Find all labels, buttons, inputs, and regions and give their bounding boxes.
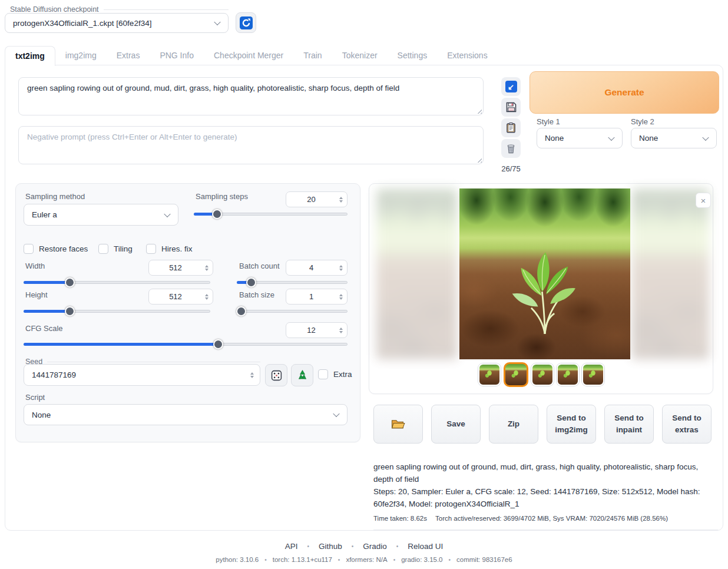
- send-to-inpaint-button[interactable]: Send to inpaint: [604, 405, 654, 444]
- folder-icon: [391, 418, 406, 431]
- checkpoint-label: Stable Diffusion checkpoint: [10, 5, 99, 14]
- restore-faces-checkbox[interactable]: Restore faces: [24, 244, 88, 254]
- footer-versions: python: 3.10.6• torch: 1.13.1+cu117• xfo…: [0, 556, 728, 563]
- tab-png-info[interactable]: PNG Info: [150, 46, 204, 65]
- slider-knob[interactable]: [236, 306, 246, 316]
- stepper-arrows[interactable]: [339, 289, 343, 304]
- sampling-steps-input[interactable]: [286, 192, 347, 207]
- batch-size-slider[interactable]: [237, 306, 348, 316]
- chevron-down-icon: [214, 19, 220, 25]
- api-link[interactable]: API: [285, 542, 298, 551]
- generated-image-preview[interactable]: [459, 188, 630, 359]
- tab-extensions[interactable]: Extensions: [437, 46, 497, 65]
- sampling-method-label: Sampling method: [25, 192, 85, 201]
- gradio-link[interactable]: Gradio: [363, 542, 387, 551]
- chevron-down-icon: [608, 134, 614, 140]
- open-folder-button[interactable]: [373, 405, 423, 444]
- sampling-steps-label: Sampling steps: [196, 192, 248, 201]
- gallery-thumbnail-selected[interactable]: [504, 362, 528, 387]
- cfg-scale-slider[interactable]: [24, 339, 348, 349]
- tab-train[interactable]: Train: [293, 46, 332, 65]
- stepper-arrows[interactable]: [250, 365, 254, 385]
- generate-button[interactable]: Generate: [530, 71, 719, 114]
- torch-version: torch: 1.13.1+cu117: [273, 556, 332, 563]
- txt2img-panel: green sapling rowing out of ground, mud,…: [5, 65, 723, 531]
- style1-dropdown[interactable]: None: [537, 128, 623, 148]
- width-input[interactable]: [149, 260, 213, 275]
- apply-style-button[interactable]: [501, 118, 521, 137]
- sampling-method-dropdown[interactable]: Euler a: [24, 204, 178, 226]
- style2-dropdown[interactable]: None: [631, 128, 717, 148]
- stepper-arrows[interactable]: [339, 192, 343, 207]
- hires-fix-checkbox[interactable]: Hires. fix: [146, 244, 193, 254]
- slider-knob[interactable]: [246, 277, 256, 287]
- close-icon: ×: [701, 196, 706, 206]
- batch-size-field: [286, 289, 348, 305]
- clipboard-icon: [505, 122, 517, 134]
- slider-knob[interactable]: [212, 209, 222, 219]
- stepper-arrows[interactable]: [205, 260, 209, 275]
- gallery-thumbnail[interactable]: [478, 363, 501, 386]
- gallery-thumbnail[interactable]: [531, 363, 554, 386]
- negative-prompt-field-wrap: [18, 126, 484, 164]
- style2-label: Style 2: [631, 117, 654, 126]
- batch-count-label: Batch count: [239, 262, 280, 270]
- main-tab-bar: txt2img img2img Extras PNG Info Checkpoi…: [5, 45, 498, 65]
- width-slider[interactable]: [24, 277, 210, 287]
- save-style-button[interactable]: [501, 98, 521, 117]
- width-label: Width: [25, 262, 45, 270]
- checkpoint-dropdown[interactable]: protogenX34OfficialR_1.ckpt [60fe2f34]: [5, 13, 229, 33]
- time-taken-text: Time taken: 8.62s: [373, 514, 427, 524]
- cfg-scale-label: CFG Scale: [25, 324, 63, 333]
- random-seed-button[interactable]: [265, 364, 287, 386]
- tab-settings[interactable]: Settings: [388, 46, 438, 65]
- slider-knob[interactable]: [213, 339, 223, 349]
- stepper-arrows[interactable]: [339, 323, 343, 338]
- seed-input[interactable]: [24, 365, 260, 385]
- tab-checkpoint-merger[interactable]: Checkpoint Merger: [204, 46, 293, 65]
- height-input[interactable]: [149, 289, 213, 304]
- gallery-prev-image-blur: [376, 188, 458, 359]
- token-counter: 26/75: [501, 164, 521, 173]
- gallery-thumbnail[interactable]: [557, 363, 579, 386]
- github-link[interactable]: Github: [319, 542, 342, 551]
- paste-generation-params-button[interactable]: ↙: [501, 77, 521, 96]
- slider-knob[interactable]: [65, 306, 75, 316]
- extra-seed-checkbox[interactable]: Extra: [318, 369, 352, 379]
- sampling-steps-slider[interactable]: [194, 209, 348, 219]
- script-dropdown[interactable]: None: [24, 404, 348, 425]
- close-preview-button[interactable]: ×: [696, 193, 711, 208]
- style1-label: Style 1: [537, 117, 560, 126]
- tab-extras[interactable]: Extras: [107, 46, 150, 65]
- negative-prompt-input[interactable]: [18, 126, 484, 164]
- tab-txt2img[interactable]: txt2img: [5, 46, 55, 66]
- refresh-icon: [240, 16, 253, 29]
- tiling-checkbox[interactable]: Tiling: [98, 244, 133, 254]
- script-label: Script: [25, 393, 45, 402]
- tab-img2img[interactable]: img2img: [55, 46, 107, 65]
- checkpoint-value: protogenX34OfficialR_1.ckpt [60fe2f34]: [13, 19, 151, 28]
- batch-count-input[interactable]: [286, 260, 347, 275]
- cfg-scale-input[interactable]: [286, 323, 347, 338]
- gallery-next-image-blur: [631, 188, 709, 359]
- tab-tokenizer[interactable]: Tokenizer: [332, 46, 388, 65]
- prompt-input[interactable]: green sapling rowing out of ground, mud,…: [18, 77, 484, 115]
- send-to-extras-button[interactable]: Send to extras: [662, 405, 712, 444]
- stepper-arrows[interactable]: [205, 289, 209, 304]
- refresh-checkpoint-button[interactable]: [236, 12, 256, 33]
- reload-ui-link[interactable]: Reload UI: [408, 542, 443, 551]
- output-actions: Save Zip Send to img2img Send to inpaint…: [373, 405, 719, 444]
- send-to-img2img-button[interactable]: Send to img2img: [547, 405, 596, 444]
- sampling-steps-field: [286, 191, 348, 207]
- slider-knob[interactable]: [65, 277, 75, 287]
- batch-size-input[interactable]: [286, 289, 347, 304]
- stepper-arrows[interactable]: [339, 260, 343, 275]
- xformers-version: xformers: N/A: [346, 556, 387, 563]
- save-button[interactable]: Save: [431, 405, 481, 444]
- reuse-seed-button[interactable]: [291, 364, 313, 386]
- batch-count-slider[interactable]: [237, 277, 348, 287]
- zip-button[interactable]: Zip: [489, 405, 538, 444]
- clear-prompt-button[interactable]: [501, 139, 521, 158]
- height-slider[interactable]: [24, 306, 210, 316]
- gallery-thumbnail[interactable]: [582, 363, 604, 386]
